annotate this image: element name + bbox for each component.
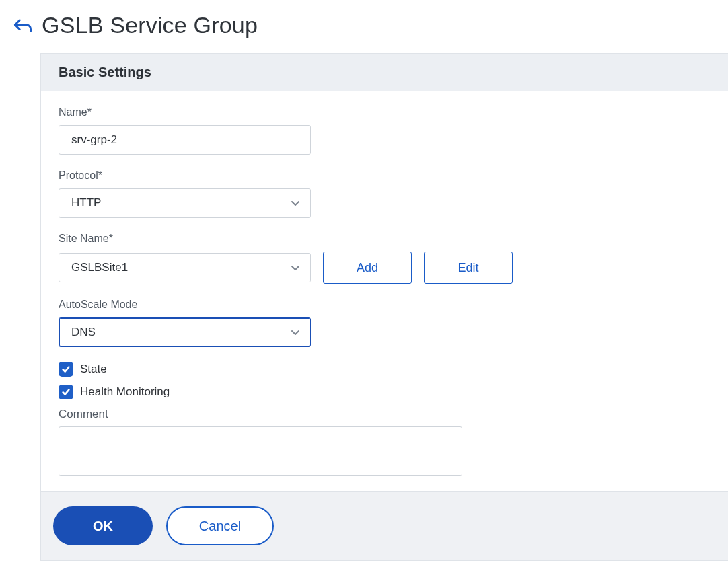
chevron-down-icon <box>289 196 302 210</box>
autoscale-field: AutoScale Mode DNS <box>59 299 722 347</box>
panel-footer: OK Cancel <box>41 491 728 560</box>
ok-button[interactable]: OK <box>53 506 153 545</box>
protocol-select[interactable]: HTTP <box>59 188 311 218</box>
site-name-label: Site Name* <box>59 233 722 245</box>
protocol-label: Protocol* <box>59 169 722 182</box>
add-button[interactable]: Add <box>323 252 412 284</box>
basic-settings-panel: Basic Settings Name* Protocol* HTTP Sit <box>40 53 728 561</box>
autoscale-select[interactable]: DNS <box>59 317 311 347</box>
protocol-value: HTTP <box>71 196 101 210</box>
chevron-down-icon <box>289 261 302 274</box>
site-name-field: Site Name* GSLBSite1 Add Edit <box>59 233 722 284</box>
comment-label: Comment <box>59 408 722 421</box>
autoscale-label: AutoScale Mode <box>59 299 722 311</box>
state-label: State <box>80 362 107 376</box>
state-checkbox[interactable] <box>59 362 73 377</box>
name-field: Name* <box>59 106 722 155</box>
state-checkbox-row: State <box>59 362 722 377</box>
site-name-value: GSLBSite1 <box>71 261 128 274</box>
health-monitoring-checkbox[interactable] <box>59 385 73 399</box>
panel-title: Basic Settings <box>41 54 728 91</box>
edit-button[interactable]: Edit <box>424 252 513 284</box>
protocol-field: Protocol* HTTP <box>59 169 722 218</box>
back-icon[interactable] <box>13 17 32 34</box>
page-title: GSLB Service Group <box>42 12 258 38</box>
cancel-button[interactable]: Cancel <box>166 506 274 545</box>
autoscale-value: DNS <box>71 326 96 339</box>
health-monitoring-label: Health Monitoring <box>80 385 170 399</box>
comment-textarea[interactable] <box>59 426 462 476</box>
chevron-down-icon <box>289 326 302 339</box>
name-label: Name* <box>59 106 722 118</box>
name-input[interactable] <box>59 125 311 155</box>
health-monitoring-checkbox-row: Health Monitoring <box>59 385 722 399</box>
site-name-select[interactable]: GSLBSite1 <box>59 253 311 282</box>
page-title-row: GSLB Service Group <box>13 12 728 38</box>
